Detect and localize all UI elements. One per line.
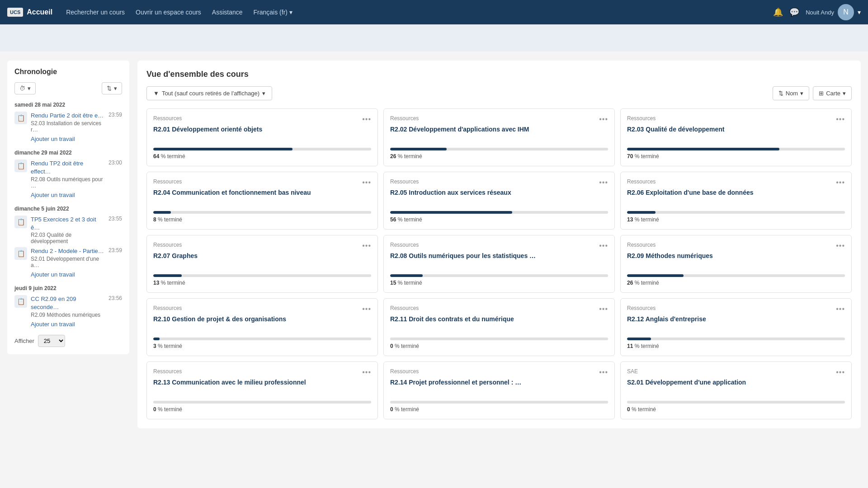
nav-lang[interactable]: Français (fr) ▾ bbox=[249, 6, 297, 19]
card-menu-btn[interactable]: ••• bbox=[599, 178, 608, 187]
card-title[interactable]: R2.11 Droit des contrats et du numérique bbox=[390, 315, 608, 332]
progress-text: 0 % terminé bbox=[390, 406, 608, 413]
card-menu-btn[interactable]: ••• bbox=[599, 368, 608, 376]
card-title[interactable]: R2.01 Développement orienté objets bbox=[153, 125, 371, 142]
card-menu-btn[interactable]: ••• bbox=[836, 368, 845, 376]
card-category: Ressources bbox=[153, 305, 182, 311]
card-title[interactable]: R2.12 Anglais d'entreprise bbox=[627, 315, 845, 332]
timeline-item-link[interactable]: Rendu 2 - Modele - Partie… bbox=[31, 248, 104, 254]
brand-logo[interactable]: UCS Accueil bbox=[7, 8, 52, 17]
progress-bar-bg bbox=[390, 148, 608, 150]
navbar: UCS Accueil Rechercher un cours Ouvrir u… bbox=[0, 0, 868, 24]
card-menu-btn[interactable]: ••• bbox=[599, 242, 608, 250]
course-card: Ressources ••• R2.06 Exploitation d'une … bbox=[620, 172, 852, 230]
card-header: Ressources ••• bbox=[153, 242, 371, 250]
card-header: Ressources ••• bbox=[390, 242, 608, 250]
card-menu-btn[interactable]: ••• bbox=[362, 115, 371, 123]
card-title[interactable]: R2.03 Qualité de développement bbox=[627, 125, 845, 142]
clock-icon: ⏱ bbox=[19, 85, 25, 92]
card-header: Ressources ••• bbox=[627, 178, 845, 187]
clock-filter-btn[interactable]: ⏱ ▾ bbox=[14, 82, 36, 94]
progress-text: 15 % terminé bbox=[390, 280, 608, 286]
card-menu-btn[interactable]: ••• bbox=[836, 178, 845, 187]
sort-btn[interactable]: ⇅ ▾ bbox=[102, 82, 122, 94]
timeline-item-link[interactable]: Rendu TP2 doit être effect… bbox=[31, 160, 83, 175]
timeline-item-link[interactable]: TP5 Exercices 2 et 3 doit ê… bbox=[31, 216, 96, 231]
sort-view-btn[interactable]: ⇅ Nom ▾ bbox=[773, 86, 809, 100]
chat-icon[interactable]: 💬 bbox=[789, 7, 799, 17]
progress-bar-fill bbox=[153, 148, 292, 150]
progress-text: 8 % terminé bbox=[153, 216, 371, 223]
timeline-item-content: TP5 Exercices 2 et 3 doit ê… R2.03 Quali… bbox=[31, 216, 105, 245]
timeline-group: dimanche 5 juin 2022 📋 TP5 Exercices 2 e… bbox=[14, 206, 122, 278]
notification-icon[interactable]: 🔔 bbox=[773, 7, 783, 17]
card-header: Ressources ••• bbox=[627, 242, 845, 250]
card-label: Carte bbox=[826, 90, 840, 97]
card-title[interactable]: R2.05 Introduction aux services réseaux bbox=[390, 188, 608, 206]
toolbar-right: ⇅ Nom ▾ ⊞ Carte ▾ bbox=[773, 86, 852, 100]
card-view-btn[interactable]: ⊞ Carte ▾ bbox=[813, 86, 852, 100]
nav-assistance[interactable]: Assistance bbox=[208, 6, 247, 19]
card-title[interactable]: R2.13 Communication avec le milieu profe… bbox=[153, 378, 371, 395]
timeline-item-content: Rendu TP2 doit être effect… R2.08 Outils… bbox=[31, 160, 105, 189]
progress-bar-fill bbox=[390, 148, 447, 150]
timeline-item-content: Rendu Partie 2 doit être e… S2.03 Instal… bbox=[31, 112, 105, 133]
progress-bar-bg bbox=[390, 401, 608, 404]
card-menu-btn[interactable]: ••• bbox=[599, 115, 608, 123]
card-menu-btn[interactable]: ••• bbox=[836, 305, 845, 313]
card-category: Ressources bbox=[627, 305, 656, 311]
course-card: Ressources ••• R2.02 Développement d'app… bbox=[383, 108, 615, 166]
afficher-select[interactable]: 25 50 100 bbox=[38, 335, 65, 347]
card-title[interactable]: S2.01 Développement d'une application bbox=[627, 378, 845, 395]
card-header: Ressources ••• bbox=[390, 368, 608, 376]
card-menu-btn[interactable]: ••• bbox=[599, 305, 608, 313]
sort-view-label: Nom bbox=[786, 90, 798, 97]
banner bbox=[0, 24, 868, 52]
main-layout: Chronologie ⏱ ▾ ⇅ ▾ samedi 28 mai 2022 📋… bbox=[0, 52, 868, 437]
timeline-group: samedi 28 mai 2022 📋 Rendu Partie 2 doit… bbox=[14, 102, 122, 142]
card-title[interactable]: R2.08 Outils numériques pour les statist… bbox=[390, 252, 608, 269]
add-work-link[interactable]: Ajouter un travail bbox=[31, 136, 122, 142]
card-title[interactable]: R2.06 Exploitation d'une base de données bbox=[627, 188, 845, 206]
card-menu-btn[interactable]: ••• bbox=[836, 115, 845, 123]
course-card: Ressources ••• R2.04 Communication et fo… bbox=[146, 172, 378, 230]
card-title[interactable]: R2.04 Communication et fonctionnement ba… bbox=[153, 188, 371, 206]
progress-text: 13 % terminé bbox=[153, 280, 371, 286]
card-header: Ressources ••• bbox=[153, 305, 371, 313]
timeline-item-link[interactable]: CC R2.09 en 209 seconde… bbox=[31, 296, 76, 310]
user-menu[interactable]: Nouit Andy N ▾ bbox=[806, 4, 861, 20]
nav-lang-label: Français (fr) bbox=[254, 9, 288, 16]
filter-label: Tout (sauf cours retirés de l'affichage) bbox=[162, 90, 259, 97]
progress-bar-fill bbox=[627, 338, 651, 340]
filter-dropdown-icon: ▾ bbox=[262, 90, 265, 97]
progress-text: 3 % terminé bbox=[153, 343, 371, 349]
progress-bar-bg bbox=[153, 338, 371, 340]
nav-rechercher[interactable]: Rechercher un cours bbox=[61, 6, 129, 19]
card-title[interactable]: R2.14 Projet professionnel et personnel … bbox=[390, 378, 608, 395]
timeline-item: 📋 Rendu TP2 doit être effect… R2.08 Outi… bbox=[14, 160, 122, 189]
card-title[interactable]: R2.07 Graphes bbox=[153, 252, 371, 269]
timeline-item-link[interactable]: Rendu Partie 2 doit être e… bbox=[31, 112, 104, 119]
card-menu-btn[interactable]: ••• bbox=[362, 305, 371, 313]
card-menu-btn[interactable]: ••• bbox=[362, 368, 371, 376]
card-title[interactable]: R2.02 Développement d'applications avec … bbox=[390, 125, 608, 142]
username-label: Nouit Andy bbox=[806, 9, 834, 16]
card-category: Ressources bbox=[627, 178, 656, 185]
card-menu-btn[interactable]: ••• bbox=[362, 242, 371, 250]
course-card: Ressources ••• R2.08 Outils numériques p… bbox=[383, 235, 615, 293]
progress-bar-fill bbox=[627, 274, 684, 277]
add-work-link[interactable]: Ajouter un travail bbox=[31, 321, 122, 328]
progress-bar-fill bbox=[627, 211, 656, 214]
progress-bar-fill bbox=[390, 211, 512, 214]
progress-text: 0 % terminé bbox=[153, 406, 371, 413]
card-menu-btn[interactable]: ••• bbox=[836, 242, 845, 250]
add-work-link[interactable]: Ajouter un travail bbox=[31, 271, 122, 278]
content-toolbar: ▼ Tout (sauf cours retirés de l'affichag… bbox=[146, 86, 852, 100]
card-title[interactable]: R2.09 Méthodes numériques bbox=[627, 252, 845, 269]
filter-btn[interactable]: ▼ Tout (sauf cours retirés de l'affichag… bbox=[146, 86, 272, 100]
add-work-link[interactable]: Ajouter un travail bbox=[31, 192, 122, 198]
progress-bar-bg bbox=[153, 148, 371, 150]
card-menu-btn[interactable]: ••• bbox=[362, 178, 371, 187]
card-title[interactable]: R2.10 Gestion de projet & des organisati… bbox=[153, 315, 371, 332]
nav-ouvrir[interactable]: Ouvrir un espace cours bbox=[131, 6, 206, 19]
